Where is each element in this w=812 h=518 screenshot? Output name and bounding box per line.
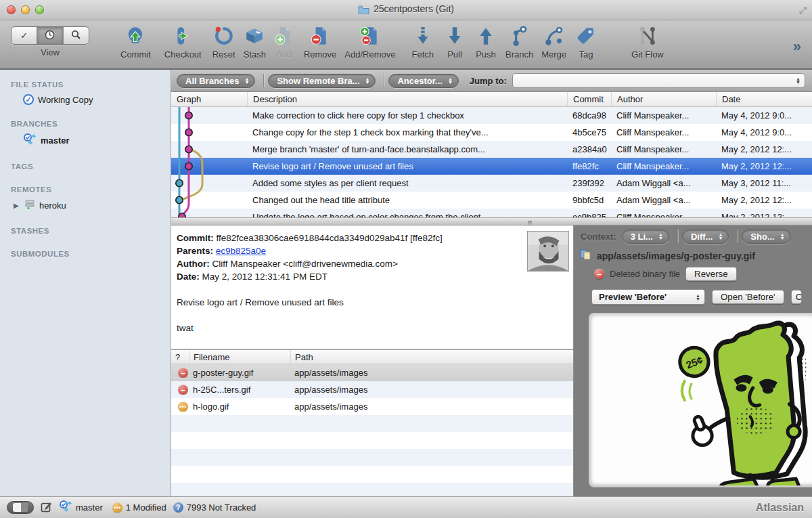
push-icon bbox=[476, 25, 496, 47]
file-pages-icon bbox=[579, 249, 593, 263]
branch-icon bbox=[505, 25, 533, 47]
check-icon: ✓ bbox=[20, 30, 28, 41]
sidebar-section-submodules: SUBMODULES bbox=[0, 247, 171, 261]
file-list: – g-poster-guy.gif app/assets/images – h… bbox=[171, 364, 573, 496]
file-row-selected[interactable]: – g-poster-guy.gif app/assets/images bbox=[171, 364, 573, 381]
preview-before-dropdown[interactable]: Preview 'Before' ▲▼ bbox=[591, 289, 705, 305]
toolbar-push-button[interactable]: Push bbox=[476, 25, 496, 60]
search-icon bbox=[71, 30, 81, 42]
context-lines-dropdown[interactable]: 3 Li... ▲▼ bbox=[622, 230, 669, 244]
file-row[interactable]: ••• h-logo.gif app/assets/images bbox=[171, 398, 573, 415]
column-header-author[interactable]: Author bbox=[611, 92, 716, 106]
file-row[interactable]: – h-25C...ters.gif app/assets/images bbox=[171, 381, 573, 398]
commit-row[interactable]: Make correction to click here copy for s… bbox=[171, 107, 812, 124]
horizontal-splitter[interactable] bbox=[171, 217, 812, 225]
commit-row[interactable]: Changed out the head title attribute 9bb… bbox=[171, 192, 812, 209]
stepper-icon: ▲▼ bbox=[780, 233, 785, 240]
splitter-grip[interactable] bbox=[528, 221, 532, 225]
toolbar-gitflow-button[interactable]: Git Flow bbox=[631, 25, 664, 60]
toolbar-tag-button[interactable]: Tag bbox=[576, 25, 596, 60]
date-label: Date: bbox=[177, 272, 200, 282]
compose-icon[interactable] bbox=[41, 501, 52, 515]
author-avatar bbox=[527, 231, 569, 272]
diff-mode-dropdown[interactable]: Diff... ▲▼ bbox=[682, 230, 729, 244]
toolbar-reset-button[interactable]: Reset bbox=[212, 25, 235, 60]
add-icon bbox=[274, 25, 294, 47]
checkout-icon bbox=[164, 25, 202, 47]
jump-to-select[interactable]: ▲▼ bbox=[512, 73, 805, 88]
view-segmented-control: ✓ View bbox=[9, 25, 91, 58]
statusbar-branch[interactable]: master bbox=[59, 500, 103, 515]
column-header-graph[interactable]: Graph bbox=[171, 92, 247, 106]
sidebar-item-master[interactable]: master bbox=[0, 131, 171, 150]
fullscreen-icon[interactable]: ⤢ bbox=[799, 5, 807, 16]
diff-pane: Context: 3 Li... ▲▼ Diff... ▲▼ Sho... bbox=[574, 225, 812, 496]
commit-message-extra: twat bbox=[177, 322, 573, 334]
merge-icon bbox=[541, 25, 566, 47]
toolbar-branch-button[interactable]: Branch bbox=[505, 25, 533, 60]
column-header-path[interactable]: Path bbox=[290, 350, 573, 364]
fetch-icon bbox=[412, 25, 434, 47]
branch-current-icon bbox=[23, 133, 37, 148]
filter-bar: All Branches ▲▼ Show Remote Bra... ▲▼ An… bbox=[171, 70, 812, 92]
column-header-description[interactable]: Description bbox=[247, 92, 567, 106]
parent-commit-link[interactable]: ec9b825a0e bbox=[216, 246, 266, 256]
status-bar: master ••• 1 Modified ? 7993 Not Tracked… bbox=[0, 496, 812, 518]
removed-status-icon: – bbox=[178, 368, 188, 378]
toolbar-remove-button[interactable]: Remove bbox=[304, 25, 336, 60]
image-preview: 25¢ bbox=[589, 313, 812, 487]
open-before-button[interactable]: Open 'Before' bbox=[712, 290, 784, 304]
disclosure-triangle-icon[interactable]: ▶ bbox=[14, 202, 20, 209]
toolbar-merge-button[interactable]: Merge bbox=[541, 25, 566, 60]
branches-filter-dropdown[interactable]: All Branches ▲▼ bbox=[177, 74, 255, 88]
diff-file-path: app/assets/images/g-poster-guy.gif bbox=[597, 251, 755, 261]
window-title-text: 25centposters (Git) bbox=[374, 3, 454, 14]
author-value: Cliff Manspeaker <cliff@drivenewmedia.co… bbox=[212, 259, 398, 269]
divider bbox=[677, 230, 678, 243]
date-value: May 2, 2012 12:31:41 PM EDT bbox=[202, 272, 328, 282]
toolbar-commit-button[interactable]: Commit bbox=[120, 25, 151, 60]
stepper-icon: ▲▼ bbox=[718, 233, 723, 240]
log-view-button[interactable] bbox=[37, 27, 63, 44]
toolbar-add-button[interactable]: Add bbox=[274, 25, 294, 60]
toolbar-stash-button[interactable]: Stash bbox=[244, 25, 266, 60]
commit-row[interactable]: Change copy for the step 1 check box mar… bbox=[171, 124, 812, 141]
column-header-date[interactable]: Date bbox=[716, 92, 812, 106]
sidebar-section-stashes: STASHES bbox=[0, 224, 171, 238]
column-header-status[interactable]: ? bbox=[171, 350, 189, 364]
view-label: View bbox=[9, 47, 91, 58]
sidebar-section-file-status: FILE STATUS bbox=[0, 78, 171, 91]
column-header-filename[interactable]: Filename bbox=[189, 350, 290, 364]
toolbar-checkout-button[interactable]: Checkout bbox=[164, 25, 202, 60]
column-header-commit[interactable]: Commit bbox=[567, 92, 611, 106]
stepper-icon: ▲▼ bbox=[696, 294, 700, 301]
show-mode-dropdown[interactable]: Sho... ▲▼ bbox=[742, 230, 790, 244]
commit-row[interactable]: Update the logo art based on color chang… bbox=[171, 209, 812, 217]
divider bbox=[263, 74, 264, 87]
stepper-icon: ▲▼ bbox=[448, 77, 453, 84]
modified-status-icon: ••• bbox=[112, 502, 122, 513]
statusbar-modified[interactable]: ••• 1 Modified bbox=[110, 502, 166, 513]
commit-message: Revise logo art / Remove unused art file… bbox=[177, 296, 573, 309]
remove-icon bbox=[304, 25, 336, 47]
toolbar-fetch-button[interactable]: Fetch bbox=[412, 25, 434, 60]
commit-row[interactable]: Added some styles as per client request … bbox=[171, 175, 812, 192]
commit-row[interactable]: Merge branch 'master' of turn-and-face.b… bbox=[171, 141, 812, 158]
remote-branches-filter-dropdown[interactable]: Show Remote Bra... ▲▼ bbox=[268, 74, 376, 88]
reverse-button[interactable]: Reverse bbox=[685, 267, 737, 281]
sidebar-toggle-button[interactable] bbox=[7, 501, 34, 514]
toolbar-overflow-button[interactable]: » bbox=[793, 38, 801, 56]
toolbar-pull-button[interactable]: Pull bbox=[445, 25, 465, 60]
toolbar-add-remove-button[interactable]: Add/Remove bbox=[344, 25, 395, 60]
ancestor-order-dropdown[interactable]: Ancestor... ▲▼ bbox=[388, 74, 458, 88]
deleted-binary-text: Deleted binary file bbox=[610, 269, 680, 279]
commit-label: Commit: bbox=[177, 233, 214, 243]
file-status-view-button[interactable]: ✓ bbox=[12, 27, 37, 44]
search-view-button[interactable] bbox=[64, 27, 89, 44]
sidebar-item-working-copy[interactable]: ✓ Working Copy bbox=[0, 91, 171, 108]
clipped-button[interactable]: C bbox=[791, 290, 802, 304]
statusbar-not-tracked[interactable]: ? 7993 Not Tracked bbox=[173, 502, 256, 513]
commit-row-selected[interactable]: Revise logo art / Remove unused art file… bbox=[171, 158, 812, 175]
sidebar-section-remotes: REMOTES bbox=[0, 183, 171, 196]
sidebar-item-heroku[interactable]: ▶ heroku bbox=[0, 196, 171, 215]
